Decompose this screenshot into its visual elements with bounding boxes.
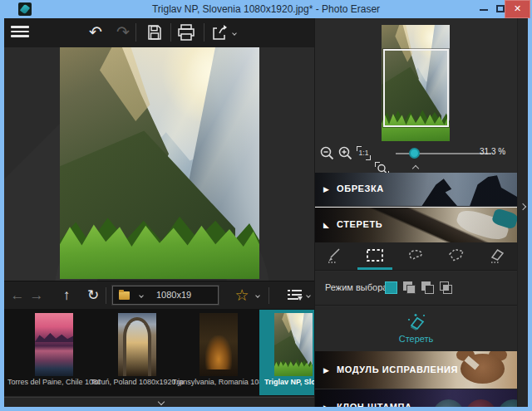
thumbnail-torun[interactable] — [118, 313, 156, 376]
image-canvas[interactable] — [4, 47, 314, 281]
section-title: ОБРЕЗКА — [337, 183, 384, 193]
filmstrip-item-triglav-selected[interactable]: Triglav NP, Slov — [259, 310, 314, 395]
mode-add-selection[interactable] — [403, 281, 416, 294]
section-title: КЛОН ШТАМПА — [337, 402, 412, 407]
share-icon — [210, 23, 230, 42]
toolbar-separator — [135, 23, 136, 42]
tool-rect-select-active[interactable] — [355, 242, 395, 271]
section-title: СТЕРЕТЬ — [337, 219, 382, 229]
section-collapsed-arrow-icon: ▶ — [323, 404, 329, 407]
menu-button[interactable] — [11, 26, 31, 40]
minimize-button[interactable] — [476, 0, 491, 18]
toolbar-separator — [170, 23, 171, 42]
thumbnail-torres[interactable] — [35, 313, 73, 376]
print-icon — [176, 23, 196, 42]
filmstrip-collapse-bar[interactable] — [4, 397, 314, 407]
mode-subtract-selection[interactable] — [421, 281, 434, 294]
eraser-logo-icon — [20, 4, 30, 15]
erase-action-icon — [405, 312, 428, 334]
erase-action-block[interactable]: Стереть — [315, 306, 517, 351]
section-fix-module[interactable]: ▶ МОДУЛЬ ИСПРАВЛЕНИЯ — [315, 351, 517, 389]
maximize-icon — [496, 5, 505, 12]
thumbnail-label: Triglav NP, Slov — [264, 378, 314, 386]
zoom-in-button[interactable] — [337, 145, 353, 161]
collapse-panel-chevron-icon — [520, 203, 526, 210]
section-expanded-arrow-icon: ◣ — [323, 221, 329, 229]
favorites-dropdown-chevron-icon[interactable] — [255, 293, 260, 298]
titlebar[interactable]: Triglav NP, Slovenia 1080x1920.jpg* - Ph… — [0, 0, 532, 18]
save-button[interactable] — [145, 23, 164, 45]
zoom-out-icon — [319, 145, 335, 161]
one-to-one-icon: 1:1 — [356, 149, 372, 157]
tool-eraser[interactable] — [477, 242, 517, 271]
active-tool-underline — [357, 267, 392, 270]
save-icon — [145, 23, 164, 42]
thumbnail-label: Torres del Paine, Chile 1080... — [7, 378, 101, 386]
zoom-percentage-label: 31.3 % — [480, 147, 505, 156]
tool-polygon-select[interactable] — [436, 242, 476, 271]
filenav-separator — [106, 287, 106, 304]
thumbnail-label: Toruń, Poland 1080x1920.jpg — [91, 378, 184, 386]
filmstrip: Torres del Paine, Chile 1080... Toruń, P… — [4, 309, 314, 396]
app-icon — [18, 2, 32, 16]
zoom-controls: 1:1 31.3 % — [315, 144, 517, 164]
file-navigation-bar: ← → ↑ ↻ 1080x19 ☆ — [4, 281, 314, 309]
editor-column: ↶ ↷ — [4, 18, 314, 407]
undo-button[interactable]: ↶ — [85, 22, 106, 43]
filenav-separator — [268, 287, 269, 304]
mode-new-selection-active[interactable] — [385, 281, 397, 294]
tools-panel: 1:1 31.3 % ▶ ОБРЕЗКА — [314, 18, 528, 407]
section-title: МОДУЛЬ ИСПРАВЛЕНИЯ — [337, 365, 458, 374]
main-toolbar: ↶ ↷ — [4, 18, 314, 47]
nav-up-button[interactable]: ↑ — [57, 286, 76, 306]
navigator-viewport-rect[interactable] — [383, 49, 449, 127]
view-dropdown-chevron-icon[interactable] — [306, 293, 311, 298]
redo-button[interactable]: ↷ — [112, 22, 134, 43]
thumbnail-transylvania[interactable] — [200, 313, 238, 376]
zoom-actual-size-button[interactable]: 1:1 — [356, 145, 372, 161]
filmstrip-item-torres[interactable]: Torres del Paine, Chile 1080... — [14, 310, 94, 391]
panel-collapse-strip[interactable] — [517, 18, 528, 407]
mode-intersect-selection[interactable] — [440, 281, 452, 294]
polygon-select-icon — [446, 247, 466, 265]
section-collapsed-arrow-icon: ▶ — [323, 185, 329, 193]
filmstrip-item-torun[interactable]: Toruń, Poland 1080x1920.jpg — [97, 310, 177, 391]
folder-icon — [119, 291, 130, 300]
selection-mode-row: Режим выбора — [315, 272, 517, 306]
sort-arrow-icon — [298, 296, 303, 301]
print-button[interactable] — [176, 23, 196, 45]
folder-address-combo[interactable]: 1080x19 — [112, 286, 219, 305]
tool-lasso-select[interactable] — [396, 242, 436, 271]
favorites-star-button[interactable]: ☆ — [232, 285, 252, 306]
view-options-button[interactable] — [288, 290, 303, 301]
address-dropdown-chevron-icon[interactable] — [139, 293, 144, 298]
navigator-collapse-bar[interactable] — [315, 164, 517, 173]
erase-button-label: Стереть — [315, 334, 517, 344]
collapse-filmstrip-chevron-icon — [158, 399, 165, 405]
collapse-navigator-chevron-icon — [412, 165, 419, 172]
share-button[interactable] — [210, 23, 230, 45]
thumbnail-triglav[interactable] — [274, 313, 313, 376]
eraser-tool-icon — [487, 247, 507, 265]
app-content: ↶ ↷ — [4, 18, 528, 407]
nav-forward-button[interactable]: → — [27, 286, 46, 306]
section-erase[interactable]: ◣ СТЕРЕТЬ — [315, 207, 517, 242]
share-dropdown-chevron-icon[interactable] — [232, 31, 237, 36]
section-clone-stamp[interactable]: ▶ КЛОН ШТАМПА — [315, 389, 517, 407]
filmstrip-item-transylvania[interactable]: Transylvania, Romania 1080... — [179, 310, 259, 391]
tool-brush-select[interactable] — [315, 242, 355, 271]
zoom-out-button[interactable] — [319, 145, 335, 161]
address-value[interactable]: 1080x19 — [156, 286, 214, 304]
section-crop[interactable]: ▶ ОБРЕЗКА — [315, 173, 517, 206]
nav-back-button[interactable]: ← — [8, 286, 27, 306]
navigator-panel — [315, 18, 517, 144]
minimize-icon — [480, 9, 488, 11]
section-collapsed-arrow-icon: ▶ — [323, 366, 329, 374]
nav-refresh-button[interactable]: ↻ — [84, 286, 102, 306]
erase-tools-row — [315, 242, 517, 271]
zoom-in-icon — [337, 145, 353, 161]
close-button[interactable]: ✕ — [505, 0, 530, 18]
rectangle-select-icon — [365, 247, 385, 265]
zoom-slider-handle[interactable] — [409, 148, 420, 159]
photo-triglav[interactable] — [60, 47, 259, 279]
